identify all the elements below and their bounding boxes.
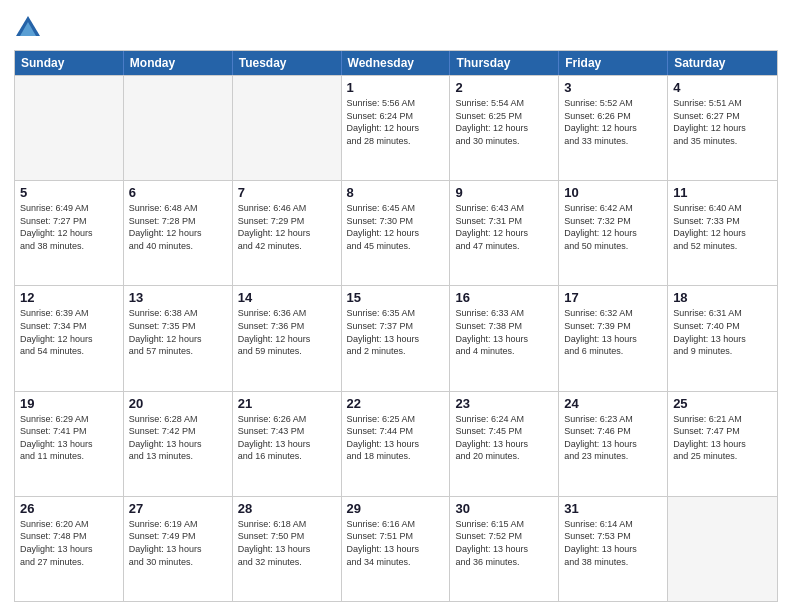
cell-info: Sunrise: 6:40 AM Sunset: 7:33 PM Dayligh…	[673, 202, 772, 252]
day-number: 18	[673, 290, 772, 305]
cell-info: Sunrise: 6:29 AM Sunset: 7:41 PM Dayligh…	[20, 413, 118, 463]
calendar-cell-1-3	[233, 76, 342, 180]
day-number: 14	[238, 290, 336, 305]
page: SundayMondayTuesdayWednesdayThursdayFrid…	[0, 0, 792, 612]
day-number: 29	[347, 501, 445, 516]
cell-info: Sunrise: 6:24 AM Sunset: 7:45 PM Dayligh…	[455, 413, 553, 463]
day-number: 10	[564, 185, 662, 200]
calendar-cell-4-1: 19Sunrise: 6:29 AM Sunset: 7:41 PM Dayli…	[15, 392, 124, 496]
calendar-cell-2-2: 6Sunrise: 6:48 AM Sunset: 7:28 PM Daylig…	[124, 181, 233, 285]
calendar-cell-3-4: 15Sunrise: 6:35 AM Sunset: 7:37 PM Dayli…	[342, 286, 451, 390]
day-number: 24	[564, 396, 662, 411]
calendar-row-1: 1Sunrise: 5:56 AM Sunset: 6:24 PM Daylig…	[15, 75, 777, 180]
calendar-cell-3-2: 13Sunrise: 6:38 AM Sunset: 7:35 PM Dayli…	[124, 286, 233, 390]
calendar-cell-4-2: 20Sunrise: 6:28 AM Sunset: 7:42 PM Dayli…	[124, 392, 233, 496]
calendar-header-friday: Friday	[559, 51, 668, 75]
logo-icon	[14, 14, 42, 42]
calendar-cell-3-7: 18Sunrise: 6:31 AM Sunset: 7:40 PM Dayli…	[668, 286, 777, 390]
day-number: 27	[129, 501, 227, 516]
calendar-cell-1-2	[124, 76, 233, 180]
day-number: 12	[20, 290, 118, 305]
calendar-cell-4-4: 22Sunrise: 6:25 AM Sunset: 7:44 PM Dayli…	[342, 392, 451, 496]
cell-info: Sunrise: 5:56 AM Sunset: 6:24 PM Dayligh…	[347, 97, 445, 147]
calendar-cell-5-3: 28Sunrise: 6:18 AM Sunset: 7:50 PM Dayli…	[233, 497, 342, 601]
cell-info: Sunrise: 6:15 AM Sunset: 7:52 PM Dayligh…	[455, 518, 553, 568]
cell-info: Sunrise: 6:16 AM Sunset: 7:51 PM Dayligh…	[347, 518, 445, 568]
header	[14, 10, 778, 42]
calendar-header: SundayMondayTuesdayWednesdayThursdayFrid…	[15, 51, 777, 75]
logo	[14, 14, 46, 42]
day-number: 5	[20, 185, 118, 200]
day-number: 1	[347, 80, 445, 95]
day-number: 17	[564, 290, 662, 305]
calendar-cell-2-3: 7Sunrise: 6:46 AM Sunset: 7:29 PM Daylig…	[233, 181, 342, 285]
day-number: 4	[673, 80, 772, 95]
calendar-cell-4-5: 23Sunrise: 6:24 AM Sunset: 7:45 PM Dayli…	[450, 392, 559, 496]
calendar-header-tuesday: Tuesday	[233, 51, 342, 75]
calendar-cell-3-5: 16Sunrise: 6:33 AM Sunset: 7:38 PM Dayli…	[450, 286, 559, 390]
day-number: 20	[129, 396, 227, 411]
calendar-cell-3-1: 12Sunrise: 6:39 AM Sunset: 7:34 PM Dayli…	[15, 286, 124, 390]
cell-info: Sunrise: 6:48 AM Sunset: 7:28 PM Dayligh…	[129, 202, 227, 252]
cell-info: Sunrise: 6:45 AM Sunset: 7:30 PM Dayligh…	[347, 202, 445, 252]
calendar-header-thursday: Thursday	[450, 51, 559, 75]
calendar-cell-2-4: 8Sunrise: 6:45 AM Sunset: 7:30 PM Daylig…	[342, 181, 451, 285]
calendar-body: 1Sunrise: 5:56 AM Sunset: 6:24 PM Daylig…	[15, 75, 777, 601]
calendar-cell-5-1: 26Sunrise: 6:20 AM Sunset: 7:48 PM Dayli…	[15, 497, 124, 601]
day-number: 15	[347, 290, 445, 305]
cell-info: Sunrise: 6:43 AM Sunset: 7:31 PM Dayligh…	[455, 202, 553, 252]
day-number: 13	[129, 290, 227, 305]
day-number: 11	[673, 185, 772, 200]
calendar: SundayMondayTuesdayWednesdayThursdayFrid…	[14, 50, 778, 602]
calendar-cell-5-6: 31Sunrise: 6:14 AM Sunset: 7:53 PM Dayli…	[559, 497, 668, 601]
cell-info: Sunrise: 6:25 AM Sunset: 7:44 PM Dayligh…	[347, 413, 445, 463]
day-number: 8	[347, 185, 445, 200]
calendar-cell-4-3: 21Sunrise: 6:26 AM Sunset: 7:43 PM Dayli…	[233, 392, 342, 496]
calendar-cell-5-2: 27Sunrise: 6:19 AM Sunset: 7:49 PM Dayli…	[124, 497, 233, 601]
calendar-cell-2-1: 5Sunrise: 6:49 AM Sunset: 7:27 PM Daylig…	[15, 181, 124, 285]
cell-info: Sunrise: 5:54 AM Sunset: 6:25 PM Dayligh…	[455, 97, 553, 147]
day-number: 23	[455, 396, 553, 411]
day-number: 6	[129, 185, 227, 200]
day-number: 25	[673, 396, 772, 411]
day-number: 28	[238, 501, 336, 516]
calendar-row-3: 12Sunrise: 6:39 AM Sunset: 7:34 PM Dayli…	[15, 285, 777, 390]
calendar-cell-2-5: 9Sunrise: 6:43 AM Sunset: 7:31 PM Daylig…	[450, 181, 559, 285]
calendar-header-sunday: Sunday	[15, 51, 124, 75]
calendar-cell-2-6: 10Sunrise: 6:42 AM Sunset: 7:32 PM Dayli…	[559, 181, 668, 285]
day-number: 3	[564, 80, 662, 95]
calendar-row-5: 26Sunrise: 6:20 AM Sunset: 7:48 PM Dayli…	[15, 496, 777, 601]
cell-info: Sunrise: 6:26 AM Sunset: 7:43 PM Dayligh…	[238, 413, 336, 463]
calendar-header-wednesday: Wednesday	[342, 51, 451, 75]
calendar-cell-5-5: 30Sunrise: 6:15 AM Sunset: 7:52 PM Dayli…	[450, 497, 559, 601]
calendar-cell-3-3: 14Sunrise: 6:36 AM Sunset: 7:36 PM Dayli…	[233, 286, 342, 390]
cell-info: Sunrise: 6:23 AM Sunset: 7:46 PM Dayligh…	[564, 413, 662, 463]
calendar-cell-5-4: 29Sunrise: 6:16 AM Sunset: 7:51 PM Dayli…	[342, 497, 451, 601]
day-number: 7	[238, 185, 336, 200]
cell-info: Sunrise: 6:18 AM Sunset: 7:50 PM Dayligh…	[238, 518, 336, 568]
day-number: 21	[238, 396, 336, 411]
calendar-cell-3-6: 17Sunrise: 6:32 AM Sunset: 7:39 PM Dayli…	[559, 286, 668, 390]
calendar-cell-2-7: 11Sunrise: 6:40 AM Sunset: 7:33 PM Dayli…	[668, 181, 777, 285]
calendar-row-4: 19Sunrise: 6:29 AM Sunset: 7:41 PM Dayli…	[15, 391, 777, 496]
calendar-cell-1-1	[15, 76, 124, 180]
calendar-cell-4-7: 25Sunrise: 6:21 AM Sunset: 7:47 PM Dayli…	[668, 392, 777, 496]
day-number: 31	[564, 501, 662, 516]
calendar-cell-1-4: 1Sunrise: 5:56 AM Sunset: 6:24 PM Daylig…	[342, 76, 451, 180]
cell-info: Sunrise: 6:39 AM Sunset: 7:34 PM Dayligh…	[20, 307, 118, 357]
day-number: 9	[455, 185, 553, 200]
day-number: 19	[20, 396, 118, 411]
cell-info: Sunrise: 5:52 AM Sunset: 6:26 PM Dayligh…	[564, 97, 662, 147]
cell-info: Sunrise: 6:19 AM Sunset: 7:49 PM Dayligh…	[129, 518, 227, 568]
day-number: 16	[455, 290, 553, 305]
cell-info: Sunrise: 6:35 AM Sunset: 7:37 PM Dayligh…	[347, 307, 445, 357]
calendar-row-2: 5Sunrise: 6:49 AM Sunset: 7:27 PM Daylig…	[15, 180, 777, 285]
day-number: 30	[455, 501, 553, 516]
cell-info: Sunrise: 6:31 AM Sunset: 7:40 PM Dayligh…	[673, 307, 772, 357]
day-number: 2	[455, 80, 553, 95]
day-number: 26	[20, 501, 118, 516]
cell-info: Sunrise: 6:21 AM Sunset: 7:47 PM Dayligh…	[673, 413, 772, 463]
calendar-cell-1-6: 3Sunrise: 5:52 AM Sunset: 6:26 PM Daylig…	[559, 76, 668, 180]
calendar-header-monday: Monday	[124, 51, 233, 75]
cell-info: Sunrise: 6:20 AM Sunset: 7:48 PM Dayligh…	[20, 518, 118, 568]
